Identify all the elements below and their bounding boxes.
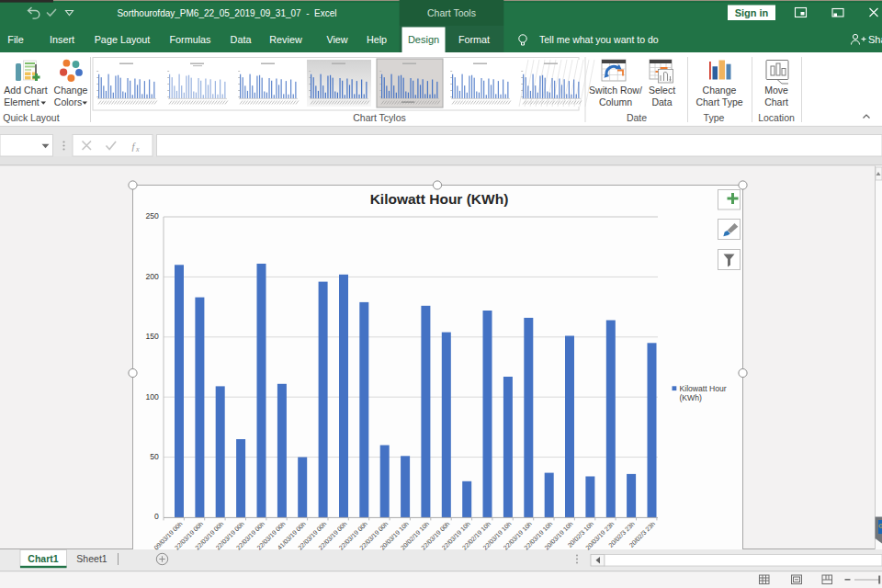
svg-text:Chart Type: Chart Type [695, 96, 742, 107]
svg-text:Sign in: Sign in [735, 7, 769, 18]
svg-text:File: File [7, 34, 23, 45]
svg-text:(KWh): (KWh) [680, 393, 702, 402]
svg-text:Location: Location [758, 112, 795, 123]
svg-text:Tell me what you want to do: Tell me what you want to do [539, 34, 659, 45]
svg-text:200: 200 [145, 272, 159, 281]
svg-text:Formulas: Formulas [170, 34, 212, 45]
svg-text:Move: Move [764, 85, 788, 96]
svg-text:Element: Element [4, 96, 40, 107]
svg-text:Chart Tools: Chart Tools [427, 7, 476, 18]
svg-text:x: x [135, 145, 140, 153]
svg-text:Date: Date [627, 112, 647, 123]
svg-text:Design: Design [408, 34, 439, 45]
svg-text:100: 100 [145, 392, 159, 401]
svg-text:Column: Column [599, 96, 632, 107]
svg-text:Chart1: Chart1 [28, 553, 58, 564]
svg-text:250: 250 [145, 211, 159, 220]
svg-text:Review: Review [269, 34, 302, 45]
svg-text:Chart Tcylos: Chart Tcylos [353, 112, 406, 123]
svg-text:Help: Help [367, 34, 387, 45]
svg-text:View: View [326, 34, 347, 45]
svg-text:Sorthourofday_PM6_22_05_2019_0: Sorthourofday_PM6_22_05_2019_09_31_07 - … [117, 8, 336, 18]
svg-text:Kilowatt Hour (KWh): Kilowatt Hour (KWh) [370, 191, 509, 207]
svg-text:Page Layout: Page Layout [95, 34, 151, 45]
svg-text:0: 0 [154, 512, 159, 521]
svg-text:Colors: Colors [54, 96, 82, 107]
svg-text:Add Chart: Add Chart [4, 85, 47, 96]
svg-text:Chart: Chart [764, 96, 788, 107]
svg-text:Data: Data [651, 96, 672, 107]
svg-text:Select: Select [649, 85, 675, 96]
svg-text:Sha: Sha [868, 34, 882, 45]
svg-text:Switch Row/: Switch Row/ [589, 85, 642, 96]
svg-text:Change: Change [703, 85, 737, 96]
svg-text:Quick Layout: Quick Layout [3, 112, 59, 123]
svg-text:Insert: Insert [50, 34, 74, 45]
svg-text:Data: Data [231, 34, 252, 45]
svg-text:Sheet1: Sheet1 [76, 553, 107, 564]
svg-text:Type: Type [704, 112, 725, 123]
svg-text:Kilowatt Hour: Kilowatt Hour [680, 384, 727, 393]
svg-text:Change: Change [54, 85, 88, 96]
svg-text:50: 50 [150, 452, 159, 461]
svg-text:Format: Format [458, 34, 490, 45]
svg-text:150: 150 [145, 332, 159, 341]
